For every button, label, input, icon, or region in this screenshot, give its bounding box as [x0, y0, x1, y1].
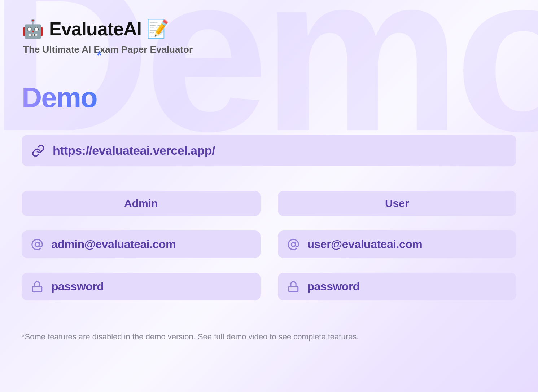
demo-url: https://evaluateai.vercel.app/ [53, 144, 215, 158]
app-header: 🤖 EvaluateAI 📝 [22, 18, 516, 40]
footnote: *Some features are disabled in the demo … [22, 332, 516, 342]
admin-password: password [51, 280, 104, 293]
section-title-wrap: Demo* [22, 55, 516, 114]
section-title: Demo [22, 81, 97, 114]
memo-icon: 📝 [146, 18, 169, 39]
user-password-box[interactable]: password [278, 273, 517, 300]
user-header: User [278, 191, 517, 216]
at-icon [287, 238, 299, 251]
user-label: User [385, 197, 409, 210]
svg-point-0 [35, 242, 39, 246]
demo-url-box[interactable]: https://evaluateai.vercel.app/ [22, 135, 516, 166]
admin-password-box[interactable]: password [22, 273, 261, 300]
link-icon [32, 144, 45, 157]
admin-label: Admin [124, 197, 158, 210]
app-title: EvaluateAI [49, 18, 141, 40]
user-email: user@evaluateai.com [307, 238, 423, 251]
asterisk: * [97, 49, 101, 62]
lock-icon [31, 281, 43, 293]
admin-header: Admin [22, 191, 261, 216]
user-column: User user@evaluateai.com password [278, 191, 517, 300]
admin-email-box[interactable]: admin@evaluateai.com [22, 230, 261, 258]
robot-icon: 🤖 [22, 18, 44, 39]
at-icon [31, 238, 43, 251]
admin-column: Admin admin@evaluateai.com password [22, 191, 261, 300]
admin-email: admin@evaluateai.com [51, 238, 176, 251]
lock-icon [287, 281, 299, 293]
svg-point-2 [291, 242, 295, 246]
svg-rect-1 [32, 286, 42, 292]
user-email-box[interactable]: user@evaluateai.com [278, 230, 517, 258]
svg-rect-3 [289, 286, 298, 292]
user-password: password [307, 280, 360, 293]
